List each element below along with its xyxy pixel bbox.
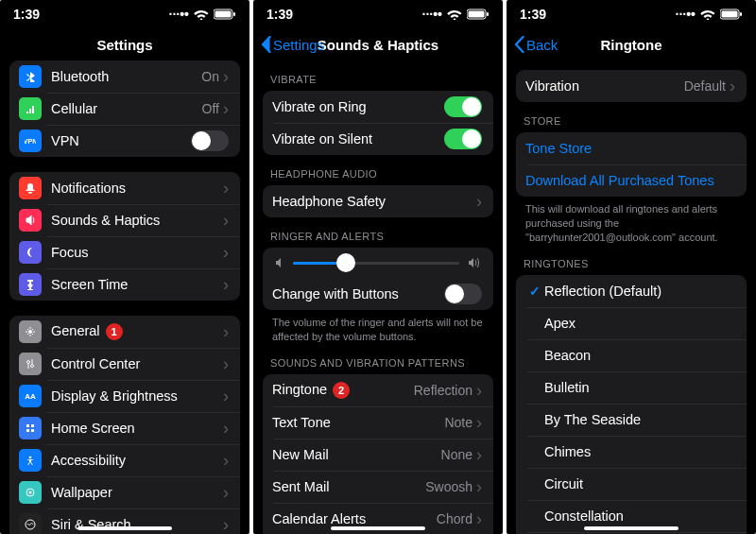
row-label: Notifications	[51, 181, 223, 196]
svg-point-6	[31, 365, 34, 368]
row-label: Circuit	[544, 476, 735, 491]
sound-icon	[19, 209, 42, 232]
settings-row-notifications[interactable]: Notifications›	[9, 172, 240, 204]
svg-rect-25	[740, 12, 742, 16]
page-title: Ringtone	[601, 37, 662, 53]
slider-thumb[interactable]	[336, 253, 355, 272]
navbar: Settings Sounds & Haptics	[253, 28, 503, 60]
svg-text:VPN: VPN	[25, 138, 36, 145]
row-label: Calendar Alerts	[272, 511, 437, 526]
ringtone-option[interactable]: ✓Reflection (Default)	[516, 275, 747, 307]
vpn-icon: VPN	[19, 129, 42, 152]
sound-row-text-tone[interactable]: Text ToneNote›	[263, 406, 493, 439]
wifi-icon	[194, 9, 209, 20]
svg-point-4	[28, 330, 32, 334]
battery-icon	[720, 9, 743, 20]
settings-row-bluetooth[interactable]: BluetoothOn›	[9, 60, 240, 93]
ringtone-option[interactable]: By The Seaside	[516, 404, 747, 436]
svg-text:AA: AA	[25, 392, 36, 401]
store-row[interactable]: Tone Store	[516, 132, 747, 164]
row-label: General1	[51, 323, 223, 340]
section-header-headphone: HEADPHONE AUDIO	[263, 155, 493, 185]
status-indicators: ···••	[422, 7, 490, 22]
back-button[interactable]: Settings	[261, 36, 324, 53]
cellular-dots-icon: ···••	[676, 7, 696, 22]
toggle-switch[interactable]	[444, 284, 482, 304]
sound-row-sent-mail[interactable]: Sent MailSwoosh›	[263, 471, 493, 503]
siri-icon	[19, 513, 42, 534]
cellular-dots-icon: ···••	[422, 7, 442, 22]
chevron-right-icon: ›	[476, 510, 482, 527]
settings-row-screen-time[interactable]: Screen Time›	[9, 268, 240, 301]
ringtone-option[interactable]: Apex	[516, 307, 747, 339]
row-label: Change with Buttons	[272, 286, 444, 301]
row-label: Headphone Safety	[272, 194, 476, 209]
sound-row-ringtone[interactable]: Ringtone2Reflection›	[263, 374, 493, 406]
status-bar: 1:39 ···••	[0, 0, 249, 28]
vibration-row[interactable]: Vibration Default ›	[516, 70, 747, 102]
ringer-volume-slider[interactable]	[263, 248, 493, 278]
slider-track[interactable]	[293, 262, 459, 265]
toggle-switch[interactable]	[444, 96, 482, 117]
ringtone-option[interactable]: Bulletin	[516, 371, 747, 404]
settings-row-general[interactable]: General1›	[9, 316, 240, 348]
settings-row-vpn[interactable]: VPNVPN	[9, 125, 240, 157]
row-value: None	[441, 447, 472, 462]
chevron-right-icon: ›	[476, 446, 482, 463]
settings-row-focus[interactable]: Focus›	[9, 236, 240, 268]
home-indicator[interactable]	[331, 526, 425, 530]
settings-content[interactable]: BluetoothOn›CellularOff›VPNVPN Notificat…	[0, 60, 249, 534]
svg-rect-2	[233, 12, 235, 16]
ringtone-screen: 1:39 ···•• Back Ringtone Vibration Defau…	[507, 0, 756, 534]
change-with-buttons-row[interactable]: Change with Buttons	[263, 278, 493, 310]
vibrate-row[interactable]: Vibrate on Silent	[263, 123, 493, 155]
settings-row-display-brightness[interactable]: AADisplay & Brightness›	[9, 380, 240, 412]
svg-rect-8	[26, 424, 29, 427]
moon-icon	[19, 241, 42, 264]
row-label: Focus	[51, 245, 223, 260]
svg-point-5	[27, 361, 30, 364]
ringtone-option[interactable]: Beacon	[516, 339, 747, 371]
row-label: Constellation	[544, 508, 735, 524]
back-button[interactable]: Back	[514, 36, 558, 53]
home-indicator[interactable]	[77, 526, 172, 530]
settings-row-cellular[interactable]: CellularOff›	[9, 93, 240, 125]
row-value: Chord	[437, 511, 472, 526]
ringtone-option[interactable]: Chimes	[516, 436, 747, 468]
vibrate-row[interactable]: Vibrate on Ring	[263, 91, 493, 123]
settings-row-control-center[interactable]: Control Center›	[9, 348, 240, 380]
section-footer: This will download all ringtones and ale…	[516, 197, 747, 245]
toggle-switch[interactable]	[444, 129, 482, 149]
ringtone-option[interactable]: Circuit	[516, 468, 747, 500]
settings-row-sounds-haptics[interactable]: Sounds & Haptics›	[9, 204, 240, 236]
sound-row-new-mail[interactable]: New MailNone›	[263, 439, 493, 471]
settings-row-wallpaper[interactable]: Wallpaper›	[9, 476, 240, 508]
status-time: 1:39	[520, 7, 546, 22]
row-label: Reflection (Default)	[544, 284, 735, 299]
headphone-safety-row[interactable]: Headphone Safety ›	[263, 185, 493, 217]
checkmark-icon: ✓	[525, 284, 544, 299]
row-value: Swoosh	[425, 479, 472, 494]
ringtone-content[interactable]: Vibration Default › STORE Tone StoreDown…	[507, 60, 756, 534]
row-label: VPN	[51, 133, 191, 148]
row-label: Download All Purchased Tones	[525, 173, 735, 188]
chevron-right-icon: ›	[223, 484, 229, 501]
toggle-switch[interactable]	[191, 130, 229, 151]
status-bar: 1:39 ···••	[507, 0, 756, 28]
home-indicator[interactable]	[584, 526, 679, 530]
row-value: Off	[202, 101, 219, 116]
settings-row-accessibility[interactable]: Accessibility›	[9, 444, 240, 476]
svg-rect-24	[722, 11, 738, 18]
svg-rect-21	[469, 11, 485, 18]
row-value: Note	[444, 415, 472, 430]
section-footer: The volume of the ringer and alerts will…	[263, 310, 493, 344]
svg-point-14	[29, 491, 32, 494]
row-label: Control Center	[51, 356, 223, 371]
chevron-right-icon: ›	[223, 212, 229, 229]
timer-icon	[19, 273, 42, 296]
chevron-right-icon: ›	[223, 276, 229, 293]
cellular-icon	[19, 97, 42, 120]
store-row[interactable]: Download All Purchased Tones	[516, 164, 747, 197]
settings-row-home-screen[interactable]: Home Screen›	[9, 412, 240, 444]
sounds-content[interactable]: VIBRATE Vibrate on RingVibrate on Silent…	[253, 60, 503, 534]
